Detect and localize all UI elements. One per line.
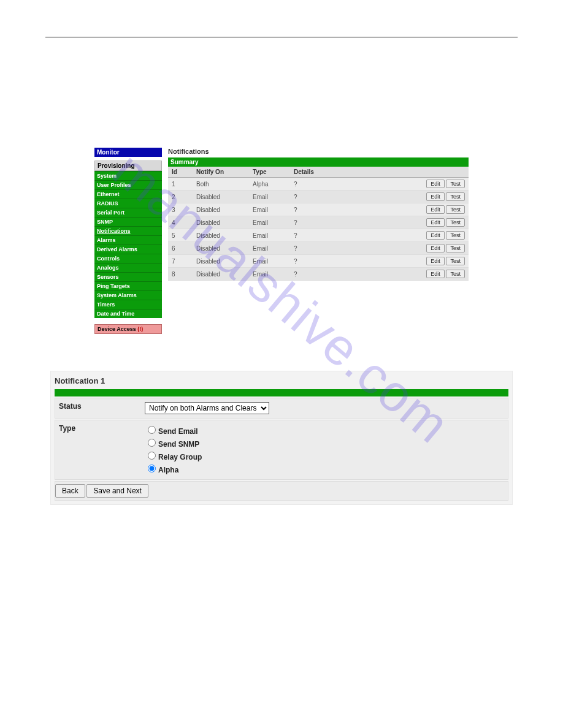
type-option[interactable]: Alpha <box>145 463 504 476</box>
type-radio[interactable] <box>148 464 156 472</box>
cell-details: ? <box>290 191 412 203</box>
green-divider <box>55 389 508 396</box>
alert-icon: (!) <box>137 326 143 332</box>
type-option-label: Send SNMP <box>158 440 199 449</box>
type-option[interactable]: Send Email <box>145 424 504 437</box>
sidebar-item-system[interactable]: System <box>94 171 162 180</box>
cell-notify-on: Disabled <box>193 242 249 255</box>
sidebar-item-ethernet[interactable]: Ethernet <box>94 189 162 199</box>
type-radio[interactable] <box>148 452 156 460</box>
status-label: Status <box>59 402 145 411</box>
sidebar-item-snmp[interactable]: SNMP <box>94 217 162 226</box>
main-content: Notifications Summary Id Notify On Type … <box>168 148 469 334</box>
th-details: Details <box>290 167 412 178</box>
cell-details: ? <box>290 216 412 229</box>
type-radio[interactable] <box>148 426 156 434</box>
cell-details: ? <box>290 229 412 242</box>
table-row: 7DisabledEmail?Edit Test <box>168 255 469 268</box>
test-button[interactable]: Test <box>446 205 465 214</box>
edit-button[interactable]: Edit <box>426 180 445 188</box>
test-button[interactable]: Test <box>446 192 465 201</box>
cell-notify-on: Disabled <box>193 191 249 203</box>
back-button[interactable]: Back <box>55 484 85 498</box>
sidebar-monitor[interactable]: Monitor <box>94 148 162 157</box>
cell-type: Email <box>249 191 290 203</box>
cell-details: ? <box>290 203 412 216</box>
test-button[interactable]: Test <box>446 257 465 265</box>
sidebar-item-radius[interactable]: RADIUS <box>94 199 162 208</box>
cell-type: Email <box>249 203 290 216</box>
test-button[interactable]: Test <box>446 244 465 252</box>
edit-button[interactable]: Edit <box>426 257 445 265</box>
type-option[interactable]: Relay Group <box>145 450 504 463</box>
th-id: Id <box>168 167 193 178</box>
cell-id: 7 <box>168 255 193 268</box>
th-type: Type <box>249 167 290 178</box>
sidebar-item-sensors[interactable]: Sensors <box>94 272 162 281</box>
sidebar-item-user-profiles[interactable]: User Profiles <box>94 180 162 189</box>
cell-details: ? <box>290 242 412 255</box>
cell-details: ? <box>290 255 412 268</box>
sidebar-item-notifications[interactable]: Notifications <box>94 226 162 235</box>
cell-type: Alpha <box>249 178 290 191</box>
type-option[interactable]: Send SNMP <box>145 437 504 450</box>
cell-type: Email <box>249 242 290 255</box>
cell-type: Email <box>249 216 290 229</box>
notification-detail-panel: Notification 1 Status Notify on both Ala… <box>50 371 513 505</box>
cell-id: 1 <box>168 178 193 191</box>
test-button[interactable]: Test <box>446 231 465 240</box>
cell-id: 3 <box>168 203 193 216</box>
cell-notify-on: Disabled <box>193 268 249 281</box>
edit-button[interactable]: Edit <box>426 205 445 214</box>
type-option-label: Send Email <box>158 427 198 436</box>
sidebar-device-access[interactable]: Device Access (!) <box>94 324 162 334</box>
cell-id: 4 <box>168 216 193 229</box>
sidebar-item-alarms[interactable]: Alarms <box>94 235 162 245</box>
edit-button[interactable]: Edit <box>426 192 445 201</box>
test-button[interactable]: Test <box>446 218 465 227</box>
device-access-label: Device Access <box>98 326 136 332</box>
table-row: 5DisabledEmail?Edit Test <box>168 229 469 242</box>
type-option-label: Alpha <box>158 466 178 474</box>
sidebar-item-system-alarms[interactable]: System Alarms <box>94 290 162 300</box>
cell-id: 6 <box>168 242 193 255</box>
notifications-table: Id Notify On Type Details 1BothAlpha?Edi… <box>168 167 469 281</box>
cell-details: ? <box>290 268 412 281</box>
type-option-label: Relay Group <box>158 453 202 461</box>
edit-button[interactable]: Edit <box>426 270 445 278</box>
cell-id: 8 <box>168 268 193 281</box>
sidebar-item-timers[interactable]: Timers <box>94 300 162 309</box>
cell-type: Email <box>249 255 290 268</box>
edit-button[interactable]: Edit <box>426 244 445 252</box>
th-notify-on: Notify On <box>193 167 249 178</box>
table-row: 4DisabledEmail?Edit Test <box>168 216 469 229</box>
type-radio[interactable] <box>148 439 156 447</box>
type-row: Type Send EmailSend SNMPRelay GroupAlpha <box>55 420 508 480</box>
save-and-next-button[interactable]: Save and Next <box>86 484 148 498</box>
cell-id: 2 <box>168 191 193 203</box>
sidebar-item-analogs[interactable]: Analogs <box>94 263 162 272</box>
status-row: Status Notify on both Alarms and Clears <box>55 398 508 419</box>
sidebar-item-serial-port[interactable]: Serial Port <box>94 208 162 217</box>
cell-type: Email <box>249 268 290 281</box>
cell-notify-on: Disabled <box>193 255 249 268</box>
type-label: Type <box>59 424 145 433</box>
table-row: 1BothAlpha?Edit Test <box>168 178 469 191</box>
detail-title: Notification 1 <box>55 376 508 385</box>
page-title: Notifications <box>168 148 469 155</box>
sidebar-item-ping-targets[interactable]: Ping Targets <box>94 281 162 290</box>
test-button[interactable]: Test <box>446 270 465 278</box>
sidebar-item-date-and-time[interactable]: Date and Time <box>94 309 162 318</box>
status-select[interactable]: Notify on both Alarms and Clears <box>145 402 269 414</box>
sidebar-item-derived-alarms[interactable]: Derived Alarms <box>94 245 162 254</box>
summary-bar: Summary <box>168 157 469 167</box>
test-button[interactable]: Test <box>446 180 465 188</box>
edit-button[interactable]: Edit <box>426 218 445 227</box>
app-screenshot: Monitor Provisioning System User Profile… <box>94 148 469 334</box>
table-row: 6DisabledEmail?Edit Test <box>168 242 469 255</box>
sidebar-item-controls[interactable]: Controls <box>94 254 162 263</box>
table-row: 3DisabledEmail?Edit Test <box>168 203 469 216</box>
cell-notify-on: Disabled <box>193 229 249 242</box>
edit-button[interactable]: Edit <box>426 231 445 240</box>
cell-id: 5 <box>168 229 193 242</box>
